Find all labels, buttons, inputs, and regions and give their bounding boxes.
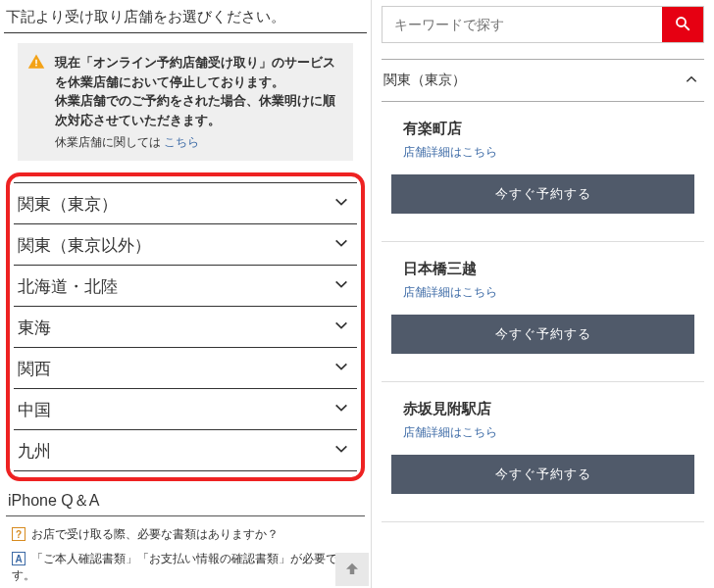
region-open-label: 関東（東京） [383,72,466,89]
notice-bold: 現在「オンライン予約店舗受け取り」のサービスを休業店舗において停止しております。… [55,55,335,127]
reserve-button[interactable]: 今すぐ予約する [391,315,694,354]
region-row[interactable]: 北海道・北陸 [14,266,357,307]
chevron-down-icon [333,400,349,420]
answer-mark-icon: A [12,552,26,565]
svg-rect-1 [35,65,37,67]
chevron-down-icon [333,194,349,215]
chevron-down-icon [333,276,349,297]
region-label: 関東（東京） [18,193,118,216]
arrow-up-icon [343,560,361,580]
reserve-button[interactable]: 今すぐ予約する [391,455,694,494]
question-mark-icon: ? [12,527,26,541]
region-row[interactable]: 関東（東京以外） [14,224,357,266]
reserve-button[interactable]: 今すぐ予約する [391,174,694,214]
svg-line-3 [685,24,689,29]
notice-link[interactable]: こちら [164,135,199,149]
region-row[interactable]: 東海 [14,307,357,348]
search-container [382,6,704,43]
qa-title: iPhone Q＆A [6,489,365,516]
svg-point-2 [677,18,686,26]
region-label: 関東（東京以外） [18,234,151,257]
region-label: 北海道・北陸 [18,275,118,298]
store-block: 赤坂見附駅店店舗詳細はこちら今すぐ予約する [382,382,704,522]
region-header-open[interactable]: 関東（東京） [382,60,704,102]
chevron-down-icon [333,359,349,379]
store-detail-link[interactable]: 店舗詳細はこちら [382,424,704,451]
chevron-up-icon [685,73,698,89]
search-icon [674,15,691,35]
store-detail-link[interactable]: 店舗詳細はこちら [382,144,704,171]
region-label: 東海 [18,317,51,339]
notice-box: 現在「オンライン予約店舗受け取り」のサービスを休業店舗において停止しております。… [18,43,353,161]
notice-info-label: 休業店舗に関しては [55,135,161,149]
chevron-down-icon [333,441,349,462]
scroll-to-top-button[interactable] [335,553,369,586]
region-row[interactable]: 中国 [14,389,357,430]
region-row[interactable]: 関西 [14,348,357,389]
region-row[interactable]: 九州 [14,430,357,471]
region-label: 九州 [18,440,51,463]
region-label: 関西 [18,358,51,380]
store-name: 日本橋三越 [382,242,704,284]
region-row[interactable]: 関東（東京） [14,182,357,224]
store-name: 赤坂見附駅店 [382,382,704,424]
qa-question: ?お店で受け取る際、必要な書類はありますか？ [12,526,359,543]
store-block: 日本橋三越店舗詳細はこちら今すぐ予約する [382,242,704,382]
warning-icon [27,53,45,76]
chevron-down-icon [333,318,349,338]
search-input[interactable] [382,7,662,42]
store-detail-link[interactable]: 店舗詳細はこちら [382,284,704,311]
chevron-down-icon [333,235,349,256]
region-label: 中国 [18,399,51,421]
svg-rect-0 [35,60,37,65]
store-name: 有楽町店 [382,102,704,144]
store-block: 有楽町店店舗詳細はこちら今すぐ予約する [382,102,704,242]
region-list-highlight: 関東（東京）関東（東京以外）北海道・北陸東海関西中国九州 [6,172,365,481]
instruction-text: 下記より受け取り店舗をお選びください。 [4,4,367,33]
search-button[interactable] [662,7,703,42]
qa-answer: A「ご本人確認書類」「お支払い情報の確認書類」が必要です。 [12,551,359,584]
